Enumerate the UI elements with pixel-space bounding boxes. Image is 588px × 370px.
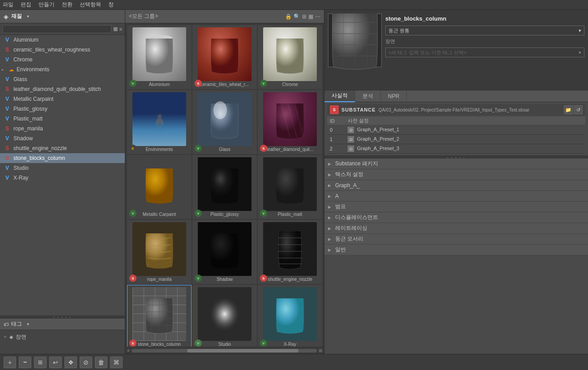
toolbar-cancel-btn[interactable]: ⊘ xyxy=(80,357,92,368)
list-item-environments[interactable]: ▸ ☁ Environments xyxy=(0,65,125,74)
panel-dropdown-arrow[interactable]: ▾ xyxy=(25,13,31,20)
list-item-rope[interactable]: S rope_manila xyxy=(0,124,125,133)
accordion-raytracing[interactable]: ▶ 레이트레이싱 xyxy=(324,223,588,234)
thumb-leather[interactable]: S leather_diamond_quil... xyxy=(258,90,322,154)
list-item-aluminium[interactable]: V Aluminium xyxy=(0,35,125,45)
plastic-glossy-grid-icon: V xyxy=(195,210,202,217)
shuttle-icon: S xyxy=(4,145,11,152)
view-icon[interactable]: ▦ xyxy=(308,13,313,20)
env-grid-icon: E xyxy=(129,145,136,152)
menu-file[interactable]: 파일 xyxy=(3,1,13,9)
search-center-icon[interactable]: 🔍 xyxy=(294,13,300,20)
toolbar-delete-btn[interactable]: 🗑 xyxy=(95,357,107,368)
menu-convert[interactable]: 전환 xyxy=(62,1,72,9)
thumb-metallic[interactable]: V Metallic Carpaint xyxy=(127,155,192,219)
shadow-grid-label: Shadow xyxy=(217,277,233,282)
shadow-label: Shadow xyxy=(13,135,33,142)
accordion-bump[interactable]: ▶ 범프 xyxy=(324,202,588,212)
thumb-ceramic[interactable]: S ceramic_tiles_wheat_r... xyxy=(192,25,257,89)
lock-icon[interactable]: 🔒 xyxy=(285,13,292,20)
list-item-metallic[interactable]: V Metallic Carpaint xyxy=(0,94,125,104)
menu-select[interactable]: 선택항목 xyxy=(80,1,101,9)
glass-label: Glass xyxy=(13,76,27,82)
thumb-shuttle[interactable]: S shuttle_engine_nozzle xyxy=(258,220,322,284)
tag-scene[interactable]: + ◈ 장면 xyxy=(4,332,121,342)
toolbar-dots-btn[interactable]: •• xyxy=(19,357,31,368)
tab-npr[interactable]: NPR xyxy=(381,90,407,102)
preview-info: stone_blocks_column 둥근 원통 ▾ 장면 <새 태그 입력 … xyxy=(385,13,584,86)
thumb-plastic-matt[interactable]: V Plastic_matt xyxy=(258,155,322,219)
toolbar-select-btn[interactable]: ❖ xyxy=(64,357,77,368)
substance-refresh-btn[interactable]: ↺ xyxy=(574,105,583,114)
metallic-icon: V xyxy=(4,95,11,103)
filter-center-icon[interactable]: ⊞ xyxy=(302,13,307,20)
thumb-img-metallic xyxy=(132,157,186,211)
center-group-label: <모든 그룹> xyxy=(129,13,158,20)
menu-edit[interactable]: 편집 xyxy=(21,1,31,9)
list-item-shadow[interactable]: V Shadow xyxy=(0,133,125,143)
thumb-plastic-glossy[interactable]: V Plastic_glossy xyxy=(192,155,257,219)
preset-label-2: ▤ Graph_A_Preset_3 xyxy=(345,144,585,154)
grid-view-icon[interactable]: ⊞ xyxy=(319,348,322,353)
studio-icon: V xyxy=(4,164,11,172)
thumb-rope[interactable]: S rope_manila xyxy=(127,220,192,284)
thumb-chrome[interactable]: V Chrome xyxy=(258,25,322,89)
shape-dropdown[interactable]: 둥근 원통 ▾ xyxy=(385,26,584,35)
shadow-grid-icon: V xyxy=(195,275,202,282)
more-icon[interactable]: ⋯ xyxy=(315,13,320,20)
list-item-chrome[interactable]: V Chrome xyxy=(0,55,125,65)
accordion-a[interactable]: ▶ A xyxy=(324,191,588,202)
thumb-environments[interactable]: 🧍 E Environments xyxy=(127,90,192,154)
filter-icon[interactable]: ▦ xyxy=(113,26,118,32)
preset-row-2[interactable]: 2 ▤ Graph_A_Preset_3 xyxy=(327,144,585,154)
scroll-left-icon[interactable]: ≡ xyxy=(127,348,130,353)
substance-folder-btn[interactable]: 📁 xyxy=(564,105,573,114)
list-item-glass[interactable]: V Glass xyxy=(0,74,125,84)
thumb-glass[interactable]: V Glass xyxy=(192,90,257,154)
accordion-general[interactable]: ▶ 일반 xyxy=(324,245,588,255)
sort-icon[interactable]: ≡ xyxy=(119,26,122,32)
toolbar-back-btn[interactable]: ↩ xyxy=(49,357,62,368)
list-item-ceramic[interactable]: S ceramic_tiles_wheat_roughness xyxy=(0,45,125,55)
accordion-rounded[interactable]: ▶ 둥근 모서리 xyxy=(324,234,588,245)
thumb-img-stone xyxy=(132,287,186,341)
substance-header: S SUBSTANCE QA/03_Autodesk/02. Project/S… xyxy=(327,104,585,116)
list-item-xray[interactable]: V X-Ray xyxy=(0,173,125,183)
list-item-shuttle[interactable]: S shuttle_engine_nozzle xyxy=(0,143,125,153)
tab-realistic[interactable]: 사실적 xyxy=(324,90,355,102)
toolbar-grid-btn[interactable]: ⊞ xyxy=(34,357,47,368)
search-input[interactable] xyxy=(3,25,111,33)
tab-analysis[interactable]: 분석 xyxy=(355,90,381,102)
col-preset: 사전 설정 xyxy=(345,116,585,125)
thumb-xray[interactable]: V X-Ray xyxy=(258,285,322,347)
tags-dropdown[interactable]: ▾ xyxy=(25,321,31,327)
tag-input[interactable]: <새 태그 입력 또는 기준 태그 선택> ▾ xyxy=(385,47,584,57)
shadow-icon: V xyxy=(4,135,11,142)
thumb-stone[interactable]: S stone_blocks_column xyxy=(127,285,192,347)
menu-create[interactable]: 만들기 xyxy=(38,1,55,9)
list-item-leather[interactable]: S leather_diamond_quilt_double_stitch xyxy=(0,84,125,94)
plastic-matt-grid-label: Plastic_matt xyxy=(278,212,302,217)
metallic-grid-label: Metallic Carpaint xyxy=(143,212,176,217)
preset-row-1[interactable]: 1 ▤ Graph_A_Preset_2 xyxy=(327,135,585,144)
tag-scene-label: 장면 xyxy=(16,333,26,341)
list-item-plastic-glossy[interactable]: V Plastic_glossy xyxy=(0,104,125,114)
list-item-plastic-matt[interactable]: V Plastic_matt xyxy=(0,114,125,124)
thumb-shadow[interactable]: V Shadow xyxy=(192,220,257,284)
scrollbar-track[interactable] xyxy=(132,349,317,353)
thumb-studio[interactable]: V Studio xyxy=(192,285,257,347)
accordion-texture[interactable]: ▶ 텍스처 설정 xyxy=(324,169,588,180)
list-item-stone[interactable]: S stone_blocks_column xyxy=(0,153,125,163)
toolbar-add-btn[interactable]: + xyxy=(4,357,16,368)
toolbar-cmd-btn[interactable]: ⌘ xyxy=(110,357,123,368)
menu-window[interactable]: 창 xyxy=(108,1,114,9)
thumb-img-leather xyxy=(263,92,317,146)
accordion-graph[interactable]: ▶ Graph_A_ xyxy=(324,180,588,191)
list-item-studio[interactable]: V Studio xyxy=(0,163,125,173)
accordion-displacement[interactable]: ▶ 디스플레이스먼트 xyxy=(324,212,588,223)
stone-grid-icon: S xyxy=(129,340,136,347)
aluminium-icon: V xyxy=(4,36,11,43)
thumb-aluminium[interactable]: V Aluminium xyxy=(127,25,192,89)
preset-row-0[interactable]: 0 ▤ Graph_A_Preset_1 xyxy=(327,125,585,135)
accordion-substance-pkg[interactable]: ▶ Substance 패키지 xyxy=(324,159,588,169)
